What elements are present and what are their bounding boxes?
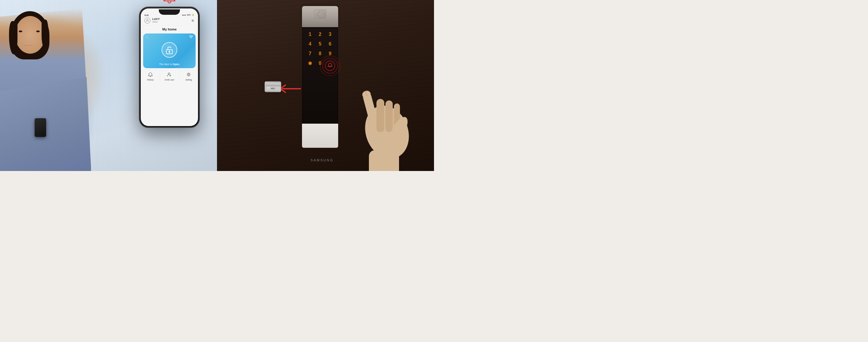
svg-rect-17 bbox=[385, 101, 393, 132]
user-avatar-icon bbox=[144, 18, 150, 24]
face bbox=[15, 16, 45, 54]
settings-gear-icon bbox=[186, 72, 191, 78]
phone-outer-shell: 9:41 ●●● WiFi 🔋 bbox=[139, 7, 199, 127]
unlock-padlock-icon bbox=[165, 46, 173, 55]
hamburger-menu-icon[interactable]: ≡ bbox=[191, 18, 194, 23]
key-4[interactable]: 4 bbox=[306, 41, 314, 47]
key-8[interactable]: 8 bbox=[316, 51, 324, 56]
phone-nav-setting[interactable]: Setting bbox=[179, 70, 198, 82]
samsung-brand-logo: SAMSUNG bbox=[310, 158, 334, 162]
keypad-bell-icon bbox=[328, 63, 333, 69]
key-asterisk[interactable]: ✱ bbox=[306, 61, 314, 71]
svg-point-1 bbox=[191, 38, 192, 38]
lock-top-sensor bbox=[302, 6, 338, 27]
face-area bbox=[7, 13, 55, 74]
key-3[interactable]: 3 bbox=[326, 32, 334, 37]
bell-button[interactable] bbox=[326, 61, 334, 71]
right-section: 1 2 3 4 5 6 7 8 9 ✱ bbox=[217, 0, 434, 171]
hand-pointing bbox=[339, 60, 423, 171]
key-card-icon: KEY bbox=[266, 82, 281, 91]
svg-rect-20 bbox=[369, 150, 399, 171]
main-scene: 9:41 ●●● WiFi 🔋 bbox=[0, 0, 434, 171]
key-card: KEY bbox=[265, 81, 281, 92]
arrow-indicator bbox=[278, 83, 302, 97]
svg-rect-16 bbox=[376, 99, 384, 132]
phone-nav-history[interactable]: History bbox=[141, 70, 160, 82]
phone-nav-bar: History Invite user bbox=[141, 70, 198, 82]
phone-nav-invite[interactable]: Invite user bbox=[160, 70, 179, 82]
setting-label: Setting bbox=[185, 79, 192, 81]
hair-left bbox=[9, 21, 18, 54]
history-label: History bbox=[147, 79, 154, 81]
key-5[interactable]: 5 bbox=[316, 41, 324, 47]
phone-lock-card[interactable]: ☆ bbox=[143, 33, 195, 68]
fingerprint-icon bbox=[314, 10, 326, 19]
hand-svg bbox=[339, 60, 423, 171]
key-2[interactable]: 2 bbox=[316, 32, 324, 37]
left-arrow-icon bbox=[278, 83, 302, 95]
history-bell-icon bbox=[148, 72, 153, 78]
phone-user-text: LUCY Hello! bbox=[152, 18, 160, 23]
svg-rect-12 bbox=[267, 86, 270, 89]
svg-rect-10 bbox=[266, 84, 280, 86]
card-favorites-icon: ☆ bbox=[146, 35, 149, 39]
lock-keypad: 1 2 3 4 5 6 7 8 9 ✱ bbox=[302, 27, 338, 124]
phone-screen: 9:41 ●●● WiFi 🔋 bbox=[141, 8, 198, 126]
key-6[interactable]: 6 bbox=[326, 41, 334, 47]
lock-handle-area bbox=[302, 124, 338, 148]
left-section: 9:41 ●●● WiFi 🔋 bbox=[0, 0, 217, 171]
phone-user-greeting: Hello! bbox=[152, 21, 160, 23]
key-7[interactable]: 7 bbox=[306, 51, 314, 56]
invite-user-label: Invite user bbox=[164, 79, 174, 81]
keypad-row-2: 4 5 6 bbox=[305, 41, 335, 47]
phone-notch bbox=[159, 9, 180, 15]
svg-point-5 bbox=[168, 73, 170, 75]
phone-in-hand bbox=[35, 118, 46, 137]
key-1[interactable]: 1 bbox=[306, 32, 314, 37]
notification-bell-top bbox=[162, 0, 177, 7]
card-wifi-icon bbox=[189, 35, 193, 39]
phone-home-title: My home bbox=[141, 26, 198, 32]
fingerprint-sensor bbox=[314, 10, 326, 19]
svg-point-0 bbox=[147, 19, 148, 21]
bell-notification-icon bbox=[162, 0, 177, 5]
lock-circle bbox=[161, 42, 177, 58]
phone-user-name: LUCY bbox=[152, 18, 160, 21]
svg-text:KEY: KEY bbox=[271, 87, 276, 89]
phone-app-header: LUCY Hello! ≡ bbox=[141, 17, 198, 26]
invite-user-icon bbox=[167, 72, 172, 78]
svg-point-8 bbox=[188, 74, 190, 76]
keypad-row-1: 1 2 3 bbox=[305, 32, 335, 37]
key-bell[interactable] bbox=[326, 61, 334, 71]
door-lock-device: 1 2 3 4 5 6 7 8 9 ✱ bbox=[302, 6, 338, 163]
phone-user-info: LUCY Hello! bbox=[144, 18, 160, 24]
eyes bbox=[19, 30, 40, 33]
keypad-row-4: ✱ 0 bbox=[305, 61, 335, 71]
phone-mockup: 9:41 ●●● WiFi 🔋 bbox=[139, 7, 199, 127]
door-status-text: The door is Open. bbox=[143, 63, 195, 66]
